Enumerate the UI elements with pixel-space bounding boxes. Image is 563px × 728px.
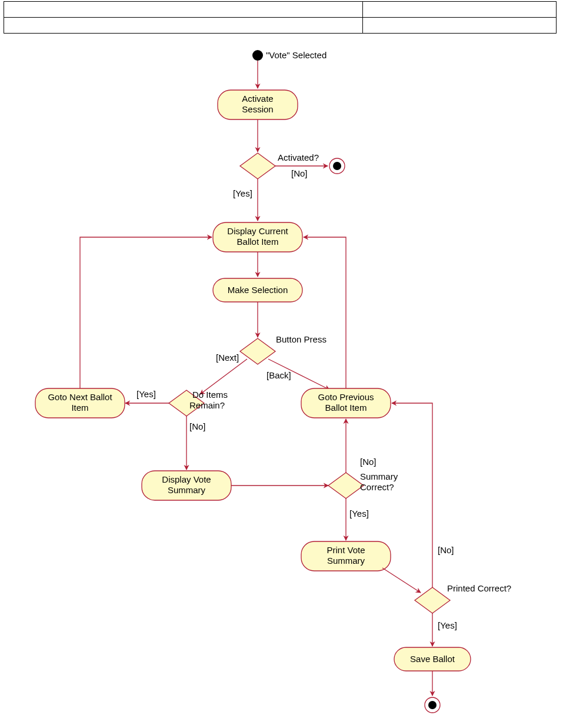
decision-summary-text1: Summary — [360, 471, 398, 481]
final-node-dot-1 — [333, 162, 341, 170]
guard-no-2: [No] — [189, 421, 206, 431]
guard-back: [Back] — [266, 370, 291, 380]
final-node-dot-2 — [428, 701, 437, 709]
decision-printed-label: Printed Correct? — [447, 583, 511, 593]
initial-node-icon — [252, 50, 263, 61]
print-vote-text1: Print Vote — [327, 545, 365, 555]
decision-items-text2: Remain? — [189, 400, 225, 410]
decision-summary-text2: Correct? — [360, 482, 394, 492]
activate-session-text1: Activate — [242, 94, 273, 104]
decision-activated — [240, 153, 275, 179]
decision-button-label: Button Press — [276, 334, 327, 344]
arrow-printed-no — [392, 403, 432, 587]
goto-prev-text1: Goto Previous — [318, 392, 374, 402]
guard-no-3: [No] — [360, 457, 377, 467]
decision-items-text1: Do Items — [192, 390, 228, 400]
goto-prev-text2: Ballot Item — [325, 403, 367, 413]
arrow-gotonext-loop — [80, 237, 212, 388]
display-vote-text1: Display Vote — [162, 474, 211, 484]
decision-summary-correct — [328, 473, 364, 498]
arrow-button-next — [200, 359, 247, 394]
activity-diagram-svg: "Vote" Selected Activate Session Activat… — [0, 0, 563, 728]
arrow-print-decision — [382, 568, 421, 593]
display-vote-text2: Summary — [168, 485, 206, 495]
goto-next-text1: Goto Next Ballot — [48, 392, 112, 402]
guard-no-4: [No] — [438, 545, 454, 555]
arrow-gotoprev-loop — [304, 237, 346, 388]
guard-yes-2: [Yes] — [136, 389, 156, 399]
start-label: "Vote" Selected — [266, 50, 327, 60]
decision-printed-correct — [415, 587, 450, 613]
guard-next: [Next] — [216, 353, 239, 363]
guard-yes-1: [Yes] — [233, 188, 252, 198]
print-vote-text2: Summary — [327, 556, 365, 566]
display-current-text1: Display Current — [227, 226, 288, 236]
make-selection-text: Make Selection — [228, 285, 288, 295]
decision-activated-label: Activated? — [278, 152, 319, 162]
guard-no-1: [No] — [291, 168, 308, 178]
diagram-page: "Vote" Selected Activate Session Activat… — [0, 0, 563, 728]
goto-next-text2: Item — [71, 403, 88, 413]
guard-yes-3: [Yes] — [349, 508, 369, 518]
guard-yes-4: [Yes] — [438, 620, 457, 630]
save-ballot-text: Save Ballot — [410, 654, 455, 664]
display-current-text2: Ballot Item — [237, 237, 279, 247]
activate-session-text2: Session — [242, 104, 273, 114]
